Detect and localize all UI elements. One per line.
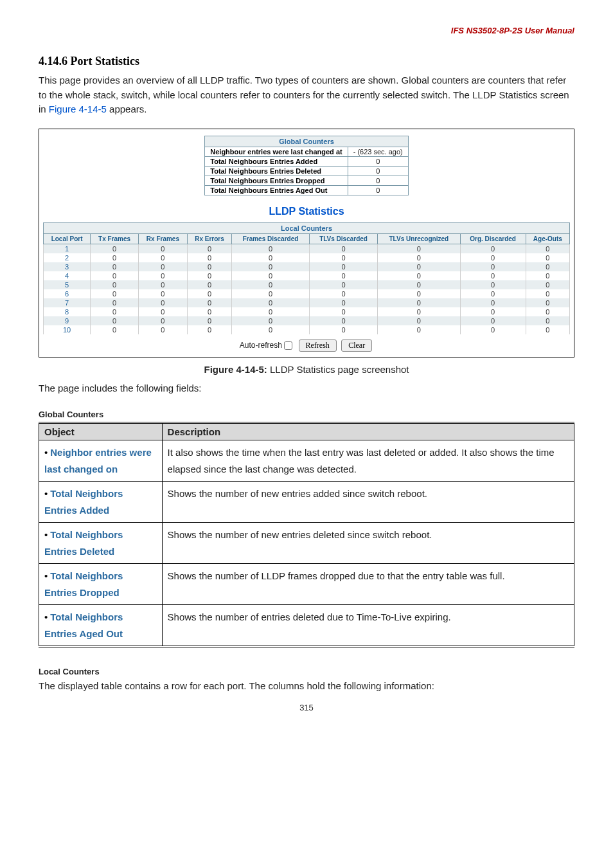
bullet-icon: • <box>44 447 48 458</box>
local-counters-header: Local Counters <box>44 222 570 233</box>
cell: 0 <box>460 280 526 289</box>
cell: 0 <box>231 262 309 271</box>
gc-row3-label: Total Neighbours Entries Deleted <box>205 166 348 176</box>
cell: 0 <box>138 289 187 298</box>
col-tlvs-unrecognized: TLVs Unrecognized <box>378 233 461 244</box>
cell: 0 <box>460 316 526 325</box>
cell: 0 <box>187 253 231 262</box>
auto-refresh-text: Auto-refresh <box>240 341 282 350</box>
cell: 0 <box>231 298 309 307</box>
cell: 0 <box>138 307 187 316</box>
cell: 0 <box>187 244 231 253</box>
cell: 0 <box>231 307 309 316</box>
cell: 0 <box>91 289 139 298</box>
global-counters-header: Global Counters <box>205 136 408 147</box>
desc-entries-deleted: Shows the number of new entries deleted … <box>162 523 574 564</box>
cell: 0 <box>460 307 526 316</box>
gc-row4-val: 0 <box>348 176 408 185</box>
cell: 0 <box>460 325 526 334</box>
obj-entries-added: Total Neighbors Entries Added <box>44 488 123 516</box>
obj-entries-deleted: Total Neighbors Entries Deleted <box>44 529 123 557</box>
cell: 0 <box>231 253 309 262</box>
bullet-icon: • <box>44 611 48 622</box>
cell: 0 <box>91 271 139 280</box>
cell: 0 <box>460 253 526 262</box>
cell: 0 <box>460 262 526 271</box>
auto-refresh-checkbox[interactable] <box>284 341 292 350</box>
table-row: 600000000 <box>44 289 570 298</box>
cell: 0 <box>378 262 461 271</box>
figure-link[interactable]: Figure 4-14-5 <box>49 104 107 114</box>
bullet-icon: • <box>44 529 48 540</box>
col-rx-frames: Rx Frames <box>138 233 187 244</box>
cell: 0 <box>378 280 461 289</box>
desc-entries-dropped: Shows the number of LLDP frames dropped … <box>162 564 574 605</box>
cell: 0 <box>91 280 139 289</box>
cell: 0 <box>187 325 231 334</box>
table-row: •Total Neighbors Entries Deleted Shows t… <box>39 523 574 564</box>
cell: 0 <box>138 244 187 253</box>
cell: 0 <box>460 298 526 307</box>
obj-entries-dropped: Total Neighbors Entries Dropped <box>44 570 123 598</box>
refresh-button[interactable]: Refresh <box>299 339 337 352</box>
intro-paragraph: This page provides an overview of all LL… <box>39 73 574 117</box>
col-tx-frames: Tx Frames <box>91 233 139 244</box>
cell: 1 <box>44 244 91 253</box>
intro-text-2: appears. <box>107 104 147 114</box>
table-row: 700000000 <box>44 298 570 307</box>
cell: 2 <box>44 253 91 262</box>
desc-entries-added: Shows the number of new entries added si… <box>162 482 574 523</box>
controls-row: Auto-refresh Refresh Clear <box>43 339 570 352</box>
desc-entries-aged-out: Shows the number of entries deleted due … <box>162 605 574 647</box>
cell: 0 <box>310 325 378 334</box>
cell: 0 <box>138 280 187 289</box>
cell: 10 <box>44 325 91 334</box>
gc-row3-val: 0 <box>348 166 408 176</box>
fields-intro: The page includes the following fields: <box>39 381 574 396</box>
manual-header: IFS NS3502-8P-2S User Manual <box>39 26 574 35</box>
cell: 7 <box>44 298 91 307</box>
cell: 0 <box>187 280 231 289</box>
cell: 0 <box>526 316 569 325</box>
cell: 0 <box>310 289 378 298</box>
gc-row2-val: 0 <box>348 156 408 166</box>
table-row: 400000000 <box>44 271 570 280</box>
cell: 0 <box>231 316 309 325</box>
table-row: 500000000 <box>44 280 570 289</box>
cell: 0 <box>310 271 378 280</box>
cell: 0 <box>310 253 378 262</box>
cell: 0 <box>526 325 569 334</box>
col-frames-discarded: Frames Discarded <box>231 233 309 244</box>
cell: 0 <box>378 316 461 325</box>
gc-row1-label: Neighbour entries were last changed at <box>205 147 348 156</box>
figure-caption: Figure 4-14-5: LLDP Statistics page scre… <box>39 364 574 375</box>
cell: 6 <box>44 289 91 298</box>
cell: 0 <box>310 316 378 325</box>
col-rx-errors: Rx Errors <box>187 233 231 244</box>
cell: 5 <box>44 280 91 289</box>
cell: 0 <box>231 289 309 298</box>
section-heading: 4.14.6 Port Statistics <box>39 55 574 68</box>
cell: 0 <box>187 307 231 316</box>
cell: 0 <box>526 253 569 262</box>
table-row: 100000000 <box>44 244 570 253</box>
global-counters-table: Global Counters Neighbour entries were l… <box>204 136 408 195</box>
cell: 0 <box>231 325 309 334</box>
obj-entries-aged-out: Total Neighbors Entries Aged Out <box>44 611 123 639</box>
table-row: 900000000 <box>44 316 570 325</box>
cell: 0 <box>138 262 187 271</box>
figure-number: Figure 4-14-5: <box>204 364 267 375</box>
cell: 0 <box>378 307 461 316</box>
table-row: •Total Neighbors Entries Aged Out Shows … <box>39 605 574 647</box>
cell: 0 <box>91 262 139 271</box>
local-table-header-row: Local Port Tx Frames Rx Frames Rx Errors… <box>44 233 570 244</box>
local-counters-table: Local Counters Local Port Tx Frames Rx F… <box>43 222 570 334</box>
cell: 0 <box>91 253 139 262</box>
table-row: •Total Neighbors Entries Added Shows the… <box>39 482 574 523</box>
gc-row2-label: Total Neighbours Entries Added <box>205 156 348 166</box>
auto-refresh-label[interactable]: Auto-refresh <box>240 341 298 350</box>
cell: 0 <box>91 307 139 316</box>
cell: 0 <box>91 316 139 325</box>
clear-button[interactable]: Clear <box>341 339 372 352</box>
cell: 0 <box>378 271 461 280</box>
